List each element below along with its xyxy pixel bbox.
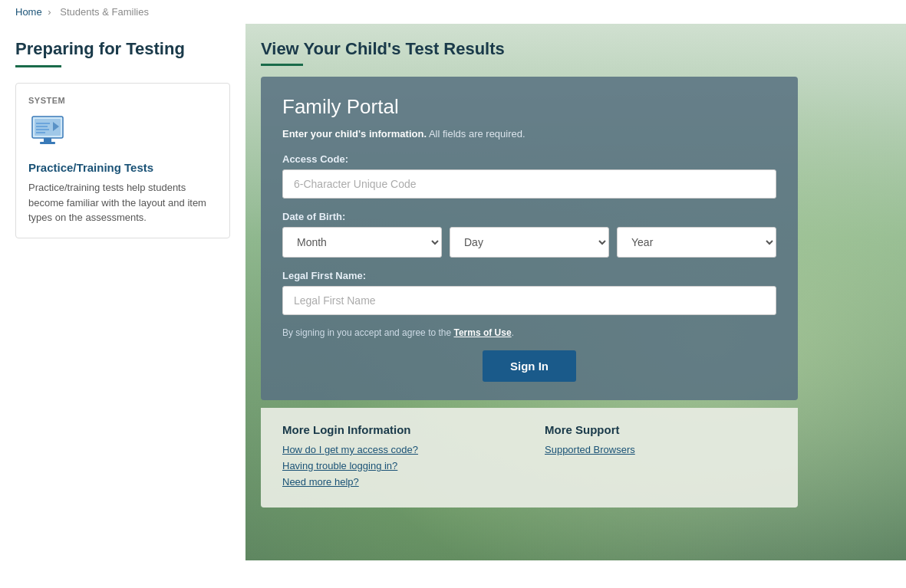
access-code-group: Access Code: [282, 153, 776, 199]
access-code-input[interactable] [282, 169, 776, 199]
dob-label: Date of Birth: [282, 211, 776, 222]
dob-row: Month JanuaryFebruaryMarch AprilMayJune … [282, 227, 776, 258]
subtitle-rest: All fields are required. [427, 128, 525, 140]
terms-text: By signing in you accept and agree to th… [282, 327, 776, 338]
more-login-col: More Login Information How do I get my a… [282, 423, 514, 492]
terms-period: . [512, 327, 514, 338]
month-select[interactable]: Month JanuaryFebruaryMarch AprilMayJune … [282, 227, 442, 258]
computer-icon [28, 113, 67, 151]
sign-in-button[interactable]: Sign In [483, 350, 576, 382]
card-title[interactable]: Practice/Training Tests [28, 161, 217, 174]
left-title-underline [15, 65, 61, 67]
svg-rect-7 [40, 142, 55, 144]
terms-link[interactable]: Terms of Use [453, 327, 511, 338]
more-help-link[interactable]: Need more help? [282, 476, 514, 488]
left-title: Preparing for Testing [15, 39, 230, 59]
main-container: Preparing for Testing SYSTEM Practice/Tr… [0, 24, 906, 560]
portal-card: Family Portal Enter your child's informa… [261, 77, 798, 400]
subtitle-bold: Enter your child's information. [282, 128, 427, 140]
system-card: SYSTEM Practice/Training Tests Practice/… [15, 83, 230, 238]
system-label: SYSTEM [28, 96, 217, 105]
dob-group: Date of Birth: Month JanuaryFebruaryMarc… [282, 211, 776, 258]
supported-browsers-link[interactable]: Supported Browsers [545, 444, 776, 455]
svg-rect-6 [44, 138, 51, 142]
first-name-input[interactable] [282, 286, 776, 315]
bottom-info: More Login Information How do I get my a… [261, 408, 798, 508]
form-subtitle: Enter your child's information. All fiel… [282, 128, 776, 140]
more-login-title: More Login Information [282, 423, 514, 436]
card-text: Practice/training tests help students be… [28, 180, 217, 225]
day-select[interactable]: Day 12345 678910 1112131415 1617181920 2… [450, 227, 609, 258]
access-code-help-link[interactable]: How do I get my access code? [282, 444, 514, 455]
portal-section-title: View Your Child's Test Results [261, 39, 782, 59]
breadcrumb-current: Students & Families [60, 6, 149, 18]
form-title: Family Portal [282, 95, 776, 119]
left-panel: Preparing for Testing SYSTEM Practice/Tr… [0, 24, 245, 560]
first-name-label: Legal First Name: [282, 270, 776, 281]
portal-title-underline [261, 64, 303, 66]
trouble-login-link[interactable]: Having trouble logging in? [282, 460, 514, 471]
access-code-label: Access Code: [282, 153, 776, 165]
right-panel: View Your Child's Test Results Family Po… [245, 24, 906, 560]
breadcrumb-separator: › [48, 6, 51, 18]
terms-prefix: By signing in you accept and agree to th… [282, 327, 453, 338]
more-support-col: More Support Supported Browsers [545, 423, 776, 492]
breadcrumb: Home › Students & Families [0, 0, 906, 24]
more-support-title: More Support [545, 423, 776, 436]
year-select[interactable]: Year 2024202320222021 2020201920182017 2… [617, 227, 776, 258]
breadcrumb-home[interactable]: Home [15, 6, 42, 18]
first-name-group: Legal First Name: [282, 270, 776, 315]
